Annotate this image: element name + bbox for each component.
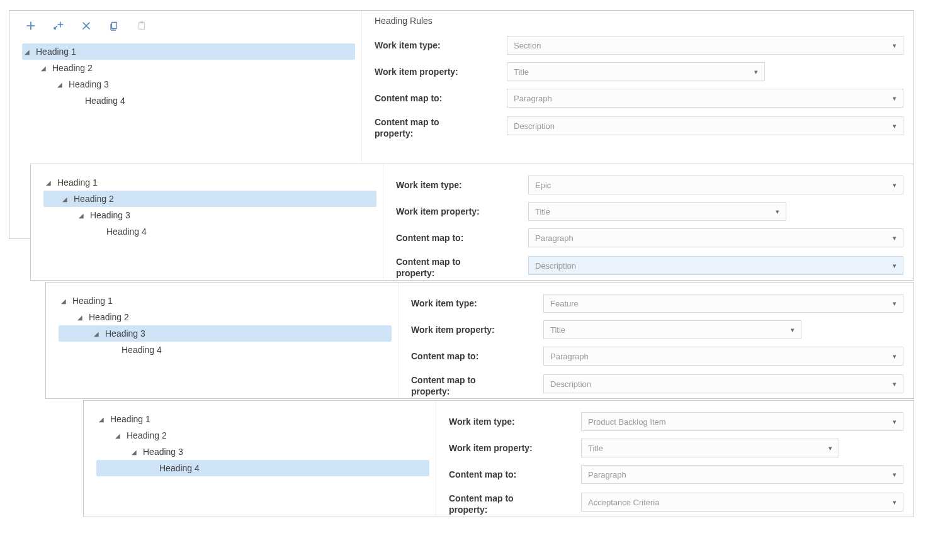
- tree-item-label: Heading 2: [127, 430, 167, 440]
- tree-item-heading2[interactable]: ◢ Heading 2: [22, 60, 355, 76]
- dropdown-value: Description: [535, 261, 576, 271]
- tree-item-heading3[interactable]: ◢ Heading 3: [96, 444, 429, 460]
- dropdown-value: Description: [514, 121, 555, 131]
- label-work-item-type: Work item type:: [375, 40, 507, 51]
- dropdown-work-item-property[interactable]: Title ▾: [528, 202, 786, 221]
- dropdown-work-item-property[interactable]: Title ▾: [507, 62, 765, 81]
- expand-icon[interactable]: ◢: [94, 330, 103, 337]
- expand-icon[interactable]: ◢: [99, 416, 108, 423]
- tree-item-heading3[interactable]: ◢ Heading 3: [59, 325, 392, 342]
- rules-pane: Work item type: Product Backlog Item ▾ W…: [436, 401, 913, 517]
- dropdown-content-map-to[interactable]: Paragraph ▾: [543, 347, 903, 366]
- label-work-item-property: Work item property:: [411, 324, 543, 335]
- dropdown-content-map-to-property[interactable]: Description ▾: [543, 374, 903, 393]
- chevron-down-icon: ▾: [893, 234, 896, 242]
- label-content-map-to: Content map to:: [375, 92, 507, 104]
- expand-icon[interactable]: ◢: [46, 179, 55, 186]
- tree-item-label: Heading 1: [72, 296, 113, 306]
- dropdown-value: Acceptance Criteria: [588, 498, 659, 507]
- label-content-map-to: Content map to:: [411, 350, 543, 362]
- chevron-down-icon: ▾: [893, 380, 896, 388]
- expand-icon[interactable]: ◢: [61, 298, 70, 305]
- tree-item-heading3[interactable]: ◢ Heading 3: [43, 207, 376, 223]
- label-work-item-property: Work item property:: [449, 442, 581, 454]
- chevron-down-icon: ▾: [754, 68, 758, 76]
- label-content-map-to-property: Content map to property:: [375, 116, 507, 139]
- heading-tree: ◢ Heading 1 ◢ Heading 2 ◢ Heading 3 ◢ He…: [43, 174, 376, 240]
- tree-pane: ◢ Heading 1 ◢ Heading 2 ◢ Heading 3 ◢ He…: [46, 283, 399, 398]
- expand-icon[interactable]: ◢: [79, 212, 88, 219]
- tree-item-heading1[interactable]: ◢ Heading 1: [59, 293, 392, 309]
- close-icon: [82, 21, 91, 30]
- dropdown-content-map-to[interactable]: Paragraph ▾: [581, 465, 903, 484]
- expand-icon[interactable]: ◢: [115, 432, 124, 439]
- label-content-map-to-property: Content map to property:: [449, 493, 581, 515]
- dropdown-work-item-type[interactable]: Product Backlog Item ▾: [581, 412, 903, 431]
- chevron-down-icon: ▾: [893, 42, 896, 50]
- expand-icon[interactable]: ◢: [41, 65, 50, 72]
- dropdown-content-map-to-property[interactable]: Description ▾: [528, 256, 903, 275]
- label-work-item-type: Work item type:: [396, 179, 528, 191]
- dropdown-work-item-property[interactable]: Title ▾: [543, 320, 801, 339]
- tree-item-label: Heading 4: [106, 227, 147, 237]
- row-content-map-to-property: Content map to property: Acceptance Crit…: [449, 488, 903, 518]
- rules-pane: Work item type: Feature ▾ Work item prop…: [399, 283, 913, 398]
- dropdown-value: Paragraph: [550, 352, 589, 361]
- dropdown-content-map-to-property[interactable]: Description ▾: [507, 116, 903, 135]
- add-button[interactable]: [25, 20, 37, 32]
- tree-item-heading2[interactable]: ◢ Heading 2: [59, 309, 392, 325]
- add-child-button[interactable]: [52, 20, 65, 32]
- tree-item-heading4[interactable]: ◢ Heading 4: [22, 92, 355, 109]
- tree-item-label: Heading 3: [69, 79, 109, 89]
- dropdown-value: Paragraph: [514, 94, 552, 103]
- label-content-map-to: Content map to:: [449, 469, 581, 480]
- tree-item-heading3[interactable]: ◢ Heading 3: [22, 76, 355, 92]
- section-title: Heading Rules: [375, 16, 903, 26]
- chevron-down-icon: ▾: [893, 262, 896, 270]
- row-work-item-property: Work item property: Title ▾: [411, 316, 903, 343]
- tree-item-heading2[interactable]: ◢ Heading 2: [96, 427, 429, 444]
- expand-icon[interactable]: ◢: [132, 449, 140, 456]
- label-content-map-to-property: Content map to property:: [396, 256, 528, 279]
- copy-button[interactable]: [108, 20, 120, 32]
- chevron-down-icon: ▾: [893, 94, 896, 103]
- tree-item-label: Heading 3: [105, 328, 145, 339]
- dropdown-work-item-type[interactable]: Epic ▾: [528, 176, 903, 194]
- delete-button[interactable]: [80, 20, 93, 32]
- label-work-item-type: Work item type:: [449, 416, 581, 427]
- tree-item-label: Heading 1: [36, 47, 76, 57]
- expand-icon[interactable]: ◢: [25, 48, 33, 55]
- expand-icon[interactable]: ◢: [57, 81, 66, 88]
- label-work-item-type: Work item type:: [411, 298, 543, 309]
- dropdown-work-item-type[interactable]: Feature ▾: [543, 294, 903, 313]
- dropdown-content-map-to[interactable]: Paragraph ▾: [528, 228, 903, 247]
- tree-item-label: Heading 2: [89, 312, 129, 322]
- chevron-down-icon: ▾: [893, 498, 896, 507]
- expand-icon[interactable]: ◢: [62, 196, 71, 203]
- svg-rect-0: [112, 23, 117, 29]
- dropdown-work-item-type[interactable]: Section ▾: [507, 36, 903, 55]
- row-content-map-to: Content map to: Paragraph ▾: [449, 461, 903, 488]
- tree-item-heading1[interactable]: ◢ Heading 1: [22, 43, 355, 60]
- label-content-map-to: Content map to:: [396, 232, 528, 244]
- row-content-map-to-property: Content map to property: Description ▾: [375, 111, 903, 142]
- tree-item-heading4[interactable]: ◢ Heading 4: [59, 342, 392, 358]
- dropdown-value: Epic: [535, 181, 551, 190]
- dropdown-value: Title: [588, 444, 603, 453]
- dropdown-work-item-property[interactable]: Title ▾: [581, 439, 839, 457]
- expand-icon[interactable]: ◢: [77, 314, 86, 321]
- tree-item-heading4[interactable]: ◢ Heading 4: [43, 223, 376, 240]
- tree-item-heading2[interactable]: ◢ Heading 2: [43, 191, 376, 207]
- tree-item-heading4[interactable]: ◢ Heading 4: [96, 460, 429, 476]
- heading-tree: ◢ Heading 1 ◢ Heading 2 ◢ Heading 3 ◢ He…: [22, 43, 355, 109]
- dropdown-value: Description: [550, 379, 591, 389]
- tree-pane: ◢ Heading 1 ◢ Heading 2 ◢ Heading 3 ◢ He…: [31, 164, 383, 280]
- paste-icon: [137, 21, 147, 31]
- dropdown-content-map-to[interactable]: Paragraph ▾: [507, 89, 903, 108]
- label-work-item-property: Work item property:: [375, 66, 507, 77]
- tree-item-heading1[interactable]: ◢ Heading 1: [43, 174, 376, 191]
- tree-item-label: Heading 1: [110, 414, 150, 424]
- dropdown-content-map-to-property[interactable]: Acceptance Criteria ▾: [581, 493, 903, 512]
- dropdown-value: Product Backlog Item: [588, 417, 666, 427]
- tree-item-heading1[interactable]: ◢ Heading 1: [96, 411, 429, 427]
